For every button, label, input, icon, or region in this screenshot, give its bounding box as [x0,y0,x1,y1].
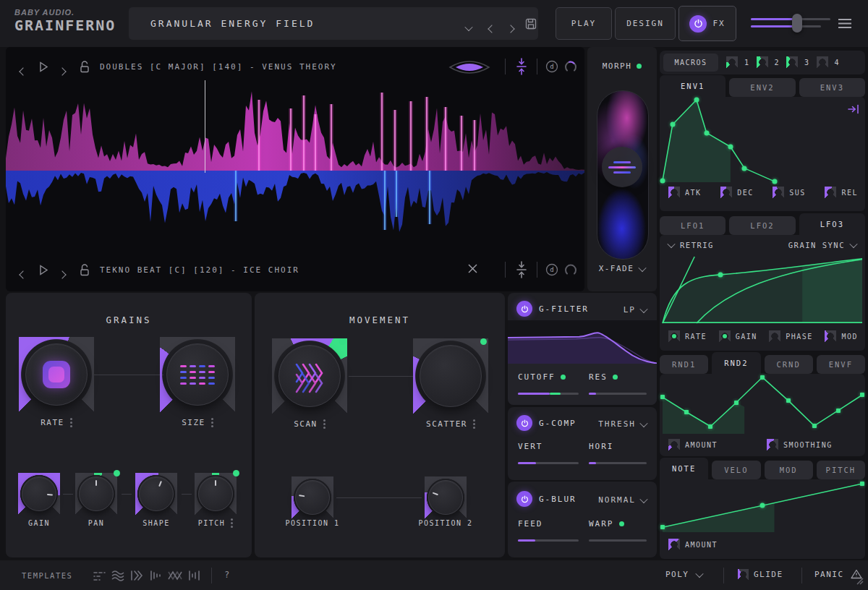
sample1-name[interactable]: DOUBLES [C MAJOR] [140] - VENUS THEORY [100,62,337,72]
macro-knob-3[interactable] [786,56,798,68]
gain-knob[interactable] [18,473,60,515]
shape-knob[interactable] [135,473,177,515]
lfo-sync-selector[interactable]: GRAIN SYNC [788,241,856,249]
tab-env2[interactable]: ENV2 [729,78,795,97]
env-sus-knob[interactable]: SUS [773,187,806,198]
preset-prev-icon[interactable] [489,21,495,35]
curve-point[interactable] [704,130,709,135]
tab-rnd2[interactable]: RND2 [712,352,760,374]
play-mode-button[interactable]: PLAY [556,7,612,40]
tab-lfo3[interactable]: LFO3 [799,213,865,235]
preset-name[interactable]: GRANULAR ENERGY FIELD [150,7,315,40]
macro-knob-2[interactable] [757,56,768,68]
sample2-name[interactable]: TEKNO BEAT [C] [120] - ICE CHOIR [100,265,299,275]
tab-lfo1[interactable]: LFO1 [660,216,726,235]
env-atk-knob[interactable]: ATK [668,187,702,198]
size-menu-icon[interactable] [211,422,213,424]
sample2-prev-icon[interactable] [20,267,26,281]
tab-lfo2[interactable]: LFO2 [729,216,795,235]
fx-slider-handle[interactable] [792,14,802,33]
fx-power-icon[interactable] [689,15,707,33]
tab-envf[interactable]: ENVF [817,355,865,374]
res-slider[interactable] [589,393,647,395]
sample1-lock-icon[interactable] [80,61,90,73]
tab-env1[interactable]: ENV1 [660,75,726,97]
curve-point[interactable] [684,410,689,414]
sample1-prev-icon[interactable] [20,64,26,77]
tab-rnd1[interactable]: RND1 [660,355,708,374]
tab-mod[interactable]: MOD [765,461,813,479]
bars-a-icon[interactable] [149,570,162,581]
cutoff-slider[interactable] [518,393,579,395]
tab-velo[interactable]: VELO [712,461,760,479]
lfo-curve[interactable] [663,257,862,323]
tab-note[interactable]: NOTE [660,458,708,479]
preset-next-icon[interactable] [508,21,514,35]
rate-menu-icon[interactable] [70,422,72,424]
tab-crnd[interactable]: CRND [765,355,813,374]
curve-point[interactable] [694,98,699,103]
design-mode-button[interactable]: DESIGN [615,7,676,40]
curve-point[interactable] [812,424,817,428]
sample2-lock-icon[interactable] [80,264,90,276]
curve-point[interactable] [742,166,747,171]
sample2-next-icon[interactable] [59,267,65,281]
templates-button[interactable]: TEMPLATES [22,571,72,580]
preset-dropdown-icon[interactable] [466,20,472,34]
pitch-knob[interactable] [195,473,237,515]
waves-mode-icon[interactable] [111,570,124,581]
preset-selector[interactable]: GRANULAR ENERGY FIELD [129,7,538,40]
curve-point[interactable] [860,482,864,486]
sample1-drive-icon[interactable]: d [545,60,558,73]
gfilter-power-button[interactable] [516,301,532,317]
lfo-retrig-selector[interactable]: RETRIG [668,241,714,249]
position1-knob[interactable] [292,476,333,518]
gfilter-curve[interactable] [508,320,657,364]
shuffle-icon[interactable] [168,570,182,581]
macro-knob-1[interactable] [726,56,738,68]
vert-slider[interactable] [518,462,579,464]
xfade-selector[interactable]: X-FADE [587,264,657,273]
lfo-mod-knob[interactable]: MOD [825,330,858,342]
forward-mode-icon[interactable] [130,570,143,581]
note-curve[interactable] [663,484,862,532]
sample2-drive-icon[interactable]: d [545,263,558,276]
rate-knob[interactable] [19,337,94,412]
gcomp-mode-selector[interactable]: THRESH [598,419,647,429]
env-dec-knob[interactable]: DEC [720,187,754,198]
curve-point[interactable] [660,525,665,529]
fx-amount-slider[interactable] [751,16,830,32]
curve-point[interactable] [860,393,864,397]
curve-point[interactable] [708,424,712,429]
curve-point[interactable] [734,401,739,405]
sample2-gain-knob-icon[interactable] [564,263,577,276]
sample2-collapse-icon[interactable] [514,261,529,278]
macro-knob-4[interactable] [817,56,828,68]
rnd-amount-knob[interactable]: AMOUNT [668,439,767,450]
curve-point[interactable] [670,122,675,127]
preset-save-icon[interactable] [525,18,537,30]
scan-menu-icon[interactable] [323,423,326,425]
curve-point[interactable] [786,398,791,403]
legato-mode-icon[interactable] [93,570,106,581]
curve-point[interactable] [660,395,665,399]
sample2-play-icon[interactable] [39,265,48,275]
morph-handle[interactable] [602,147,642,187]
warp-slider[interactable] [589,539,647,542]
env-rel-knob[interactable]: REL [825,187,858,198]
bars-b-icon[interactable] [188,570,201,581]
curve-point[interactable] [660,178,665,183]
scatter-knob[interactable] [413,338,488,414]
scan-knob[interactable] [272,338,347,414]
waveform-display[interactable] [6,86,584,249]
curve-point[interactable] [718,272,723,277]
size-knob[interactable] [160,337,235,412]
gblur-power-button[interactable] [516,491,532,507]
curve-point[interactable] [760,375,765,380]
fx-button[interactable]: FX [678,6,736,41]
playhead[interactable] [205,80,205,173]
lfo-phase-knob[interactable]: PHASE [769,330,813,342]
sample2-close-icon[interactable] [467,263,478,274]
gblur-mode-selector[interactable]: NORMAL [598,495,647,505]
curve-point[interactable] [772,179,777,184]
